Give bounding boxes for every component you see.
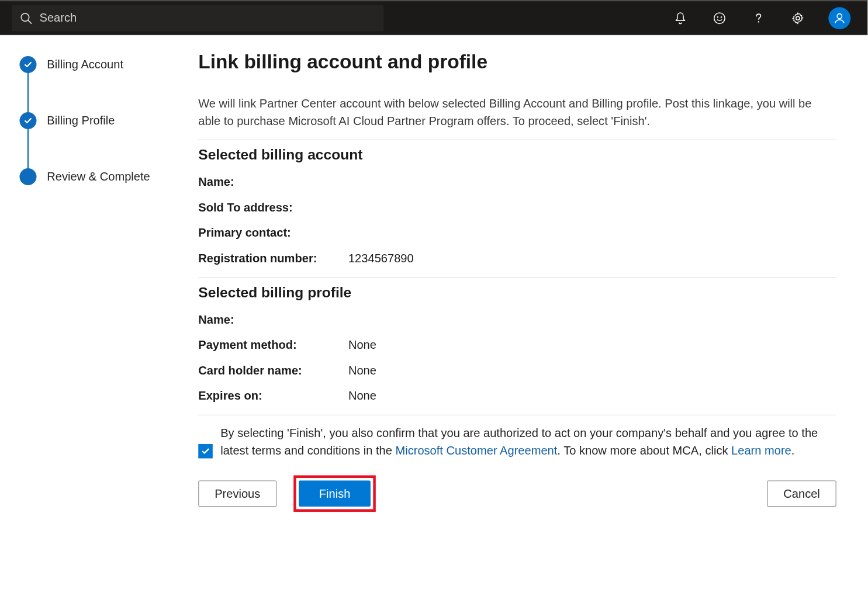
field-label: Primary contact: — [198, 226, 348, 240]
svg-line-1 — [28, 20, 31, 23]
intro-text: We will link Partner Center account with… — [198, 95, 836, 130]
account-contact-row: Primary contact: — [198, 226, 836, 240]
profile-payment-row: Payment method: None — [198, 338, 836, 352]
account-soldto-row: Sold To address: — [198, 201, 836, 214]
consent-text-part: . — [791, 444, 795, 457]
step-billing-profile[interactable]: Billing Profile — [19, 111, 170, 130]
svg-point-6 — [796, 16, 800, 20]
account-registration-row: Registration number: 1234567890 — [198, 252, 836, 265]
button-row: Previous Finish Cancel — [198, 476, 836, 512]
main-panel: Link billing account and profile We will… — [182, 35, 867, 606]
section-billing-profile-title: Selected billing profile — [198, 285, 836, 301]
consent-row: By selecting 'Finish', you also confirm … — [198, 425, 836, 460]
check-icon — [19, 56, 36, 73]
divider — [198, 277, 836, 278]
learn-more-link[interactable]: Learn more — [731, 444, 791, 457]
feedback-icon[interactable] — [711, 9, 728, 26]
step-label: Billing Profile — [47, 114, 115, 127]
previous-button[interactable]: Previous — [198, 480, 276, 507]
svg-point-3 — [717, 16, 718, 17]
profile-expires-row: Expires on: None — [198, 389, 836, 403]
topbar-icons — [672, 7, 850, 29]
settings-icon[interactable] — [789, 9, 806, 26]
field-label: Name: — [198, 175, 348, 189]
field-label: Payment method: — [198, 338, 348, 352]
field-value: None — [348, 389, 376, 403]
divider — [198, 415, 836, 415]
svg-point-5 — [758, 21, 759, 22]
field-label: Name: — [198, 313, 348, 327]
divider — [198, 140, 836, 140]
svg-point-4 — [721, 16, 722, 17]
profile-cardholder-row: Card holder name: None — [198, 364, 836, 377]
consent-text-part: . To know more about MCA, click — [557, 444, 731, 457]
field-label: Card holder name: — [198, 364, 348, 377]
section-billing-account-title: Selected billing account — [198, 147, 836, 164]
cancel-button[interactable]: Cancel — [767, 480, 836, 507]
account-name-row: Name: — [198, 175, 836, 189]
svg-point-7 — [837, 13, 842, 18]
page-title: Link billing account and profile — [198, 51, 836, 73]
step-label: Review & Complete — [47, 170, 150, 183]
wizard-stepper: Billing Account Billing Profile Review &… — [0, 35, 182, 606]
step-label: Billing Account — [47, 58, 123, 71]
field-label: Registration number: — [198, 252, 348, 265]
step-billing-account[interactable]: Billing Account — [19, 55, 170, 74]
finish-button[interactable]: Finish — [299, 480, 371, 507]
notifications-icon[interactable] — [672, 9, 689, 26]
active-step-icon — [19, 168, 36, 185]
field-label: Expires on: — [198, 389, 348, 403]
check-icon — [19, 112, 36, 129]
help-icon[interactable] — [750, 9, 767, 26]
consent-text: By selecting 'Finish', you also confirm … — [220, 425, 836, 460]
field-value: None — [348, 364, 376, 377]
consent-checkbox[interactable] — [198, 444, 213, 459]
search-box[interactable] — [12, 5, 383, 31]
field-label: Sold To address: — [198, 201, 348, 214]
mca-link[interactable]: Microsoft Customer Agreement — [395, 444, 557, 457]
step-review-complete[interactable]: Review & Complete — [19, 167, 170, 186]
field-value: 1234567890 — [348, 252, 414, 265]
search-input[interactable] — [39, 11, 377, 25]
search-icon — [18, 9, 34, 26]
field-value: None — [348, 338, 376, 352]
svg-point-2 — [714, 12, 725, 23]
account-avatar[interactable] — [828, 7, 850, 29]
finish-highlight: Finish — [293, 476, 376, 512]
profile-name-row: Name: — [198, 313, 836, 327]
topbar — [0, 0, 867, 35]
